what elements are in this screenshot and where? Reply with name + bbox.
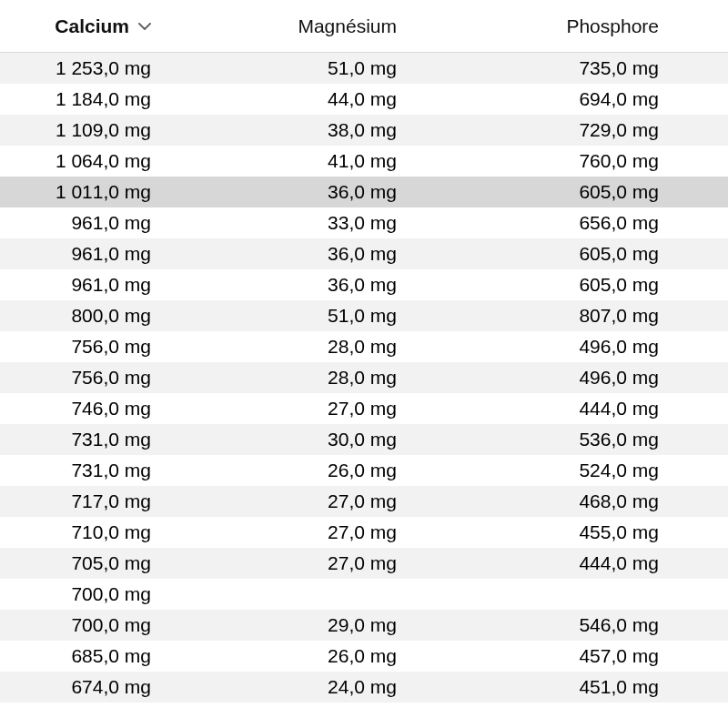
cell-phosphore[interactable]: 605,0 mg [442, 181, 728, 203]
table-row[interactable]: 961,0 mg33,0 mg656,0 mg [0, 207, 728, 238]
cell-phosphore[interactable]: 605,0 mg [442, 274, 728, 296]
cell-phosphore[interactable]: 694,0 mg [442, 88, 728, 110]
table-row[interactable]: 731,0 mg26,0 mg524,0 mg [0, 455, 728, 486]
table-row[interactable]: 717,0 mg27,0 mg468,0 mg [0, 486, 728, 517]
cell-calcium[interactable]: 756,0 mg [0, 367, 209, 389]
column-header-calcium[interactable]: Calcium [0, 15, 209, 37]
cell-phosphore[interactable]: 496,0 mg [442, 367, 728, 389]
cell-phosphore[interactable]: 605,0 mg [442, 243, 728, 265]
cell-magnesium[interactable]: 27,0 mg [209, 521, 442, 543]
cell-calcium[interactable]: 700,0 mg [0, 614, 209, 636]
table-row[interactable]: 700,0 mg [0, 579, 728, 610]
cell-phosphore[interactable]: 656,0 mg [442, 212, 728, 234]
table-row[interactable]: 756,0 mg28,0 mg496,0 mg [0, 331, 728, 362]
cell-phosphore[interactable]: 468,0 mg [442, 490, 728, 512]
cell-phosphore[interactable]: 536,0 mg [442, 429, 728, 450]
cell-calcium[interactable]: 1 064,0 mg [0, 150, 209, 172]
cell-magnesium[interactable]: 38,0 mg [209, 119, 442, 141]
cell-phosphore[interactable]: 760,0 mg [442, 150, 728, 172]
cell-magnesium[interactable]: 26,0 mg [209, 460, 442, 481]
table-row[interactable]: 1 109,0 mg38,0 mg729,0 mg [0, 115, 728, 146]
header-label: Phosphore [566, 15, 659, 37]
cell-magnesium[interactable]: 27,0 mg [209, 398, 442, 420]
table-row[interactable]: 674,0 mg24,0 mg451,0 mg [0, 672, 728, 703]
cell-calcium[interactable]: 1 011,0 mg [0, 181, 209, 203]
cell-calcium[interactable]: 1 253,0 mg [0, 57, 209, 79]
cell-calcium[interactable]: 961,0 mg [0, 274, 209, 296]
cell-magnesium[interactable]: 51,0 mg [209, 57, 442, 79]
cell-calcium[interactable]: 710,0 mg [0, 521, 209, 543]
cell-magnesium[interactable]: 36,0 mg [209, 181, 442, 203]
cell-magnesium[interactable]: 36,0 mg [209, 243, 442, 265]
table-row[interactable]: 961,0 mg36,0 mg605,0 mg [0, 238, 728, 269]
table-row[interactable]: 1 184,0 mg44,0 mg694,0 mg [0, 84, 728, 115]
cell-magnesium[interactable]: 33,0 mg [209, 212, 442, 234]
cell-calcium[interactable]: 961,0 mg [0, 243, 209, 265]
cell-calcium[interactable]: 961,0 mg [0, 212, 209, 234]
cell-phosphore[interactable]: 444,0 mg [442, 398, 728, 420]
table-row[interactable]: 731,0 mg30,0 mg536,0 mg [0, 424, 728, 455]
cell-phosphore[interactable]: 807,0 mg [442, 305, 728, 327]
table-header: Calcium Magnésium Phosphore [0, 0, 728, 53]
cell-phosphore[interactable]: 455,0 mg [442, 521, 728, 543]
cell-magnesium[interactable]: 24,0 mg [209, 676, 442, 698]
cell-calcium[interactable]: 1 184,0 mg [0, 88, 209, 110]
cell-calcium[interactable]: 1 109,0 mg [0, 119, 209, 141]
cell-magnesium[interactable]: 26,0 mg [209, 645, 442, 667]
cell-calcium[interactable]: 731,0 mg [0, 460, 209, 481]
cell-magnesium[interactable]: 28,0 mg [209, 367, 442, 389]
cell-calcium[interactable]: 746,0 mg [0, 398, 209, 420]
cell-magnesium[interactable]: 28,0 mg [209, 336, 442, 358]
cell-magnesium[interactable]: 51,0 mg [209, 305, 442, 327]
table-row[interactable]: 1 011,0 mg36,0 mg605,0 mg [0, 177, 728, 207]
cell-magnesium[interactable]: 36,0 mg [209, 274, 442, 296]
cell-calcium[interactable]: 674,0 mg [0, 676, 209, 698]
cell-calcium[interactable]: 731,0 mg [0, 429, 209, 450]
table-row[interactable]: 685,0 mg26,0 mg457,0 mg [0, 641, 728, 672]
table-row[interactable]: 705,0 mg27,0 mg444,0 mg [0, 548, 728, 579]
table-row[interactable]: 1 064,0 mg41,0 mg760,0 mg [0, 146, 728, 177]
cell-magnesium[interactable]: 41,0 mg [209, 150, 442, 172]
cell-magnesium[interactable]: 27,0 mg [209, 490, 442, 512]
table-body: 1 253,0 mg51,0 mg735,0 mg1 184,0 mg44,0 … [0, 53, 728, 703]
table-row[interactable]: 1 253,0 mg51,0 mg735,0 mg [0, 53, 728, 84]
cell-calcium[interactable]: 700,0 mg [0, 583, 209, 605]
cell-phosphore[interactable]: 524,0 mg [442, 460, 728, 481]
cell-calcium[interactable]: 756,0 mg [0, 336, 209, 358]
cell-phosphore[interactable]: 457,0 mg [442, 645, 728, 667]
cell-phosphore[interactable]: 496,0 mg [442, 336, 728, 358]
chevron-down-icon [138, 23, 151, 30]
table-row[interactable]: 800,0 mg51,0 mg807,0 mg [0, 300, 728, 331]
table-row[interactable]: 756,0 mg28,0 mg496,0 mg [0, 362, 728, 393]
cell-phosphore[interactable]: 444,0 mg [442, 552, 728, 574]
column-header-phosphore[interactable]: Phosphore [442, 15, 728, 37]
cell-phosphore[interactable]: 735,0 mg [442, 57, 728, 79]
cell-magnesium[interactable]: 30,0 mg [209, 429, 442, 450]
cell-phosphore[interactable]: 729,0 mg [442, 119, 728, 141]
cell-calcium[interactable]: 717,0 mg [0, 490, 209, 512]
table-row[interactable]: 700,0 mg29,0 mg546,0 mg [0, 610, 728, 641]
header-label: Magnésium [298, 15, 397, 37]
cell-magnesium[interactable]: 27,0 mg [209, 552, 442, 574]
cell-calcium[interactable]: 800,0 mg [0, 305, 209, 327]
cell-magnesium[interactable]: 44,0 mg [209, 88, 442, 110]
header-label: Calcium [55, 15, 129, 37]
cell-magnesium[interactable]: 29,0 mg [209, 614, 442, 636]
cell-phosphore[interactable]: 451,0 mg [442, 676, 728, 698]
cell-phosphore[interactable]: 546,0 mg [442, 614, 728, 636]
column-header-magnesium[interactable]: Magnésium [209, 15, 442, 37]
cell-calcium[interactable]: 705,0 mg [0, 552, 209, 574]
table-row[interactable]: 710,0 mg27,0 mg455,0 mg [0, 517, 728, 548]
cell-calcium[interactable]: 685,0 mg [0, 645, 209, 667]
table-row[interactable]: 746,0 mg27,0 mg444,0 mg [0, 393, 728, 424]
table-row[interactable]: 961,0 mg36,0 mg605,0 mg [0, 269, 728, 300]
